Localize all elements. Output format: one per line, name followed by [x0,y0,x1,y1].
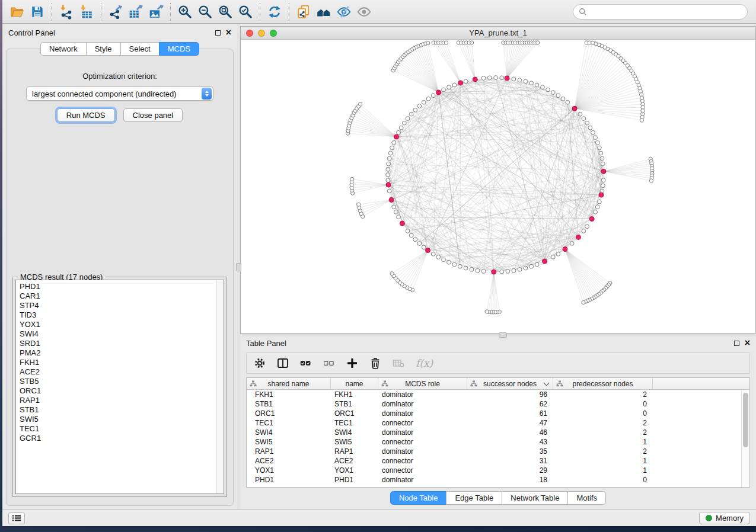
hide-selected-icon[interactable] [334,2,354,21]
unselect-all-rows-icon[interactable] [323,357,335,369]
graph-leaf-node[interactable] [426,41,430,45]
cell-name[interactable]: STB1 [331,399,378,409]
graph-leaf-node[interactable] [390,272,394,275]
graph-node[interactable] [464,79,468,84]
table-options-gear-icon[interactable] [254,357,266,369]
graph-node[interactable] [551,91,555,95]
graph-node[interactable] [397,215,401,219]
open-file-icon[interactable] [7,2,27,21]
cell-successor-nodes[interactable]: 31 [467,456,553,466]
listbox-scrollbar[interactable] [216,280,224,493]
list-item[interactable]: STB1 [20,405,224,415]
clone-network-icon[interactable] [294,2,314,21]
graph-node[interactable] [518,78,522,82]
close-panel-icon[interactable]: × [745,340,750,346]
graph-node[interactable] [601,162,605,166]
list-item[interactable]: SWI4 [20,329,224,339]
graph-node[interactable] [387,162,391,166]
cell-predecessor-nodes[interactable]: 2 [553,418,653,428]
import-table-icon[interactable] [76,2,97,21]
tab-select[interactable]: Select [120,42,160,56]
graph-node[interactable] [518,268,522,272]
show-all-icon[interactable] [354,2,374,21]
list-item[interactable]: FKH1 [20,358,224,367]
close-panel-icon[interactable]: × [226,30,231,36]
graph-node[interactable] [417,242,422,246]
maximize-window-icon[interactable] [270,30,277,37]
cell-shared-name[interactable]: STB1 [247,399,331,409]
graph-mcds-hub-node[interactable] [543,259,547,264]
graph-node[interactable] [541,85,545,89]
graph-node[interactable] [413,108,417,112]
tab-network[interactable]: Network [40,42,87,56]
graph-mcds-hub-node[interactable] [505,76,509,81]
graph-node[interactable] [447,260,451,264]
graph-leaf-node[interactable] [536,41,540,44]
graph-node[interactable] [476,268,480,273]
search-input[interactable] [591,7,742,16]
cell-mcds-role[interactable]: dominator [378,475,467,485]
minimize-window-icon[interactable] [258,30,265,37]
cell-predecessor-nodes[interactable]: 2 [553,447,653,456]
graph-node[interactable] [452,83,457,87]
graph-node[interactable] [600,156,604,161]
graph-node[interactable] [546,88,550,92]
graph-node[interactable] [386,178,390,182]
list-item[interactable]: GCR1 [20,434,224,443]
cell-mcds-role[interactable]: connector [378,466,467,475]
export-network-icon[interactable] [106,2,126,21]
zoom-fit-icon[interactable] [215,2,235,21]
cell-predecessor-nodes[interactable]: 1 [553,437,653,447]
list-item[interactable]: ORC1 [20,386,224,396]
graph-node[interactable] [394,210,398,214]
list-item[interactable]: SWI5 [20,415,224,424]
graph-node[interactable] [524,266,528,270]
graph-node[interactable] [403,121,407,125]
list-item[interactable]: PMA2 [20,348,224,358]
show-columns-icon[interactable] [277,357,289,369]
graph-node[interactable] [409,112,413,116]
graph-node[interactable] [595,205,599,209]
save-session-icon[interactable] [27,2,47,21]
graph-node[interactable] [406,229,410,233]
graph-node[interactable] [417,104,422,108]
graph-node[interactable] [481,270,486,274]
column-header-mcds-role[interactable]: MCDS role [378,378,467,389]
graph-node[interactable] [551,255,555,259]
graph-mcds-hub-node[interactable] [492,270,496,274]
list-item[interactable]: TEC1 [20,424,224,434]
column-header-predecessor-nodes[interactable]: predecessor nodes [553,378,653,389]
graph-leaf-node[interactable] [444,41,448,44]
table-tab-edge-table[interactable]: Edge Table [446,491,502,505]
cell-successor-nodes[interactable]: 29 [467,466,553,475]
select-all-rows-icon[interactable] [300,357,312,369]
cell-predecessor-nodes[interactable]: 2 [553,390,653,399]
graph-node[interactable] [387,156,391,161]
table-scrollbar[interactable] [741,390,749,487]
list-item[interactable]: PHD1 [20,282,224,291]
network-titlebar[interactable]: YPA_prune.txt_1 [241,27,755,40]
network-graph[interactable] [241,40,754,333]
graph-mcds-hub-node[interactable] [589,217,594,222]
cell-mcds-role[interactable]: connector [378,418,467,428]
graph-node[interactable] [431,94,435,98]
list-item[interactable]: YOX1 [20,320,224,329]
table-row[interactable]: STB1STB1dominator620 [247,399,749,409]
table-scrollbar-thumb[interactable] [743,393,748,447]
cell-mcds-role[interactable]: dominator [378,428,467,437]
column-header-shared-name[interactable]: shared name [247,378,331,389]
zoom-out-icon[interactable] [195,2,215,21]
graph-node[interactable] [470,268,474,272]
graph-node[interactable] [442,88,446,92]
graph-node[interactable] [535,83,539,87]
graph-leaf-node[interactable] [358,102,362,106]
graph-mcds-hub-node[interactable] [601,169,606,174]
graph-node[interactable] [500,76,504,80]
cell-successor-nodes[interactable]: 47 [467,418,553,428]
table-row[interactable]: SWI4SWI4dominator462 [247,428,749,437]
list-item[interactable]: CAR1 [20,291,224,301]
graph-mcds-hub-node[interactable] [386,182,391,187]
tab-style[interactable]: Style [86,42,121,56]
cell-name[interactable]: ORC1 [331,409,378,418]
graph-node[interactable] [487,76,492,80]
